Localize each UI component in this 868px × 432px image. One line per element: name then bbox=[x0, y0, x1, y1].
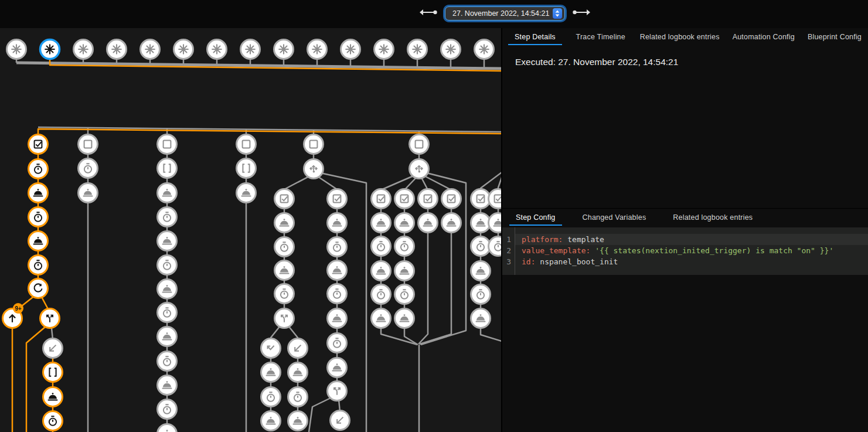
yaml-code-editor[interactable]: 1platform: template2value_template: '{{ … bbox=[502, 227, 868, 275]
node-call-split[interactable] bbox=[328, 382, 347, 401]
node-checkbox-blank[interactable] bbox=[79, 135, 98, 154]
node-asterisk[interactable] bbox=[174, 40, 193, 59]
node-asterisk[interactable] bbox=[7, 40, 26, 59]
next-trace-button[interactable] bbox=[571, 6, 593, 21]
node-asterisk[interactable] bbox=[74, 40, 93, 59]
node-timer[interactable] bbox=[275, 237, 294, 257]
node-checkbox-blank[interactable] bbox=[304, 135, 324, 154]
node-timer[interactable] bbox=[288, 387, 308, 407]
node-room-service[interactable] bbox=[158, 424, 177, 432]
node-checkbox-blank[interactable] bbox=[158, 135, 177, 154]
node-room-service[interactable] bbox=[275, 213, 294, 233]
node-room-service[interactable] bbox=[158, 183, 177, 203]
node-timer[interactable] bbox=[395, 237, 414, 256]
node-room-service[interactable] bbox=[328, 309, 347, 328]
node-arrow-decision[interactable] bbox=[410, 159, 429, 179]
node-room-service[interactable] bbox=[328, 358, 347, 377]
node-timer[interactable] bbox=[489, 237, 502, 256]
node-asterisk[interactable] bbox=[375, 40, 394, 59]
tab-automation-config[interactable]: Automation Config bbox=[726, 28, 801, 45]
node-timer[interactable] bbox=[29, 208, 48, 227]
node-timer[interactable] bbox=[471, 285, 491, 304]
node-arrow-bottom-left[interactable] bbox=[288, 339, 308, 358]
node-code-brackets[interactable] bbox=[43, 363, 63, 382]
node-asterisk[interactable] bbox=[341, 40, 360, 59]
node-timer[interactable] bbox=[471, 237, 491, 256]
node-arrow-bottom-left[interactable] bbox=[331, 411, 350, 430]
node-asterisk[interactable] bbox=[241, 40, 260, 59]
node-room-service[interactable] bbox=[43, 387, 63, 407]
node-timer[interactable] bbox=[158, 352, 177, 371]
node-room-service[interactable] bbox=[158, 232, 177, 251]
node-timer[interactable] bbox=[328, 284, 347, 304]
node-arrow-decision[interactable] bbox=[304, 159, 324, 179]
node-room-service[interactable] bbox=[79, 183, 98, 203]
tab-related-logbook-entries[interactable]: Related logbook entries bbox=[634, 28, 726, 45]
code-line[interactable]: 3id: nspanel_boot_init bbox=[502, 256, 868, 267]
node-room-service[interactable] bbox=[372, 261, 391, 281]
node-checkbox-blank[interactable] bbox=[237, 135, 256, 154]
node-room-service[interactable] bbox=[158, 280, 177, 299]
tab-blueprint-config[interactable]: Blueprint Config bbox=[801, 28, 868, 45]
node-checkbox-marked[interactable] bbox=[471, 189, 491, 209]
node-checkbox-marked[interactable] bbox=[395, 189, 414, 209]
node-checkbox-marked[interactable] bbox=[372, 189, 391, 209]
tab-trace-timeline[interactable]: Trace Timeline bbox=[568, 28, 634, 45]
node-timer[interactable] bbox=[372, 237, 391, 256]
tab-changed-variables[interactable]: Changed Variables bbox=[569, 209, 660, 226]
node-timer[interactable] bbox=[372, 285, 391, 304]
code-line[interactable]: 2value_template: '{{ states(nextion_init… bbox=[502, 245, 868, 256]
node-room-service[interactable] bbox=[288, 411, 308, 431]
node-code-brackets[interactable] bbox=[158, 159, 177, 178]
node-asterisk[interactable] bbox=[408, 40, 427, 59]
node-room-service[interactable] bbox=[261, 363, 281, 382]
node-room-service[interactable] bbox=[328, 213, 347, 233]
node-room-service[interactable] bbox=[372, 309, 391, 328]
node-room-service[interactable] bbox=[29, 232, 48, 251]
node-room-service[interactable] bbox=[395, 213, 414, 233]
node-checkbox-marked[interactable] bbox=[489, 189, 502, 209]
node-room-service[interactable] bbox=[237, 183, 256, 203]
node-room-service[interactable] bbox=[29, 183, 48, 203]
node-timer[interactable] bbox=[29, 256, 48, 275]
node-room-service[interactable] bbox=[372, 213, 391, 233]
previous-trace-button[interactable] bbox=[417, 6, 438, 21]
node-checkbox-marked[interactable] bbox=[275, 189, 294, 209]
node-asterisk[interactable] bbox=[141, 40, 160, 59]
node-timer[interactable] bbox=[328, 334, 347, 353]
node-room-service[interactable] bbox=[158, 376, 177, 395]
tab-step-details[interactable]: Step Details bbox=[502, 28, 568, 45]
node-room-service[interactable] bbox=[489, 213, 502, 233]
node-asterisk[interactable] bbox=[107, 40, 127, 59]
node-checkbox-marked[interactable] bbox=[328, 189, 347, 209]
node-call-split[interactable] bbox=[40, 309, 60, 328]
node-asterisk[interactable] bbox=[475, 40, 494, 59]
node-asterisk[interactable] bbox=[207, 40, 227, 59]
node-timer[interactable] bbox=[395, 285, 414, 304]
node-room-service[interactable] bbox=[275, 261, 294, 280]
node-timer[interactable] bbox=[158, 208, 177, 227]
node-refresh[interactable] bbox=[29, 279, 48, 298]
tab-related-logbook-entries[interactable]: Related logbook entries bbox=[659, 209, 766, 226]
node-room-service[interactable] bbox=[471, 309, 491, 328]
node-room-service[interactable] bbox=[328, 261, 347, 280]
node-asterisk[interactable] bbox=[308, 40, 327, 59]
node-room-service[interactable] bbox=[471, 261, 491, 281]
node-timer[interactable] bbox=[79, 159, 98, 178]
node-timer[interactable] bbox=[328, 237, 347, 257]
node-code-brackets[interactable] bbox=[237, 159, 256, 178]
node-timer[interactable] bbox=[275, 284, 294, 304]
node-room-service[interactable] bbox=[261, 411, 281, 431]
node-timer[interactable] bbox=[158, 400, 177, 419]
node-timer[interactable] bbox=[43, 411, 63, 431]
node-timer[interactable] bbox=[261, 387, 281, 407]
node-asterisk[interactable] bbox=[274, 40, 294, 59]
node-checkbox-marked[interactable] bbox=[442, 189, 461, 209]
node-room-service[interactable] bbox=[418, 213, 438, 233]
tab-step-config[interactable]: Step Config bbox=[502, 209, 569, 226]
node-room-service[interactable] bbox=[471, 213, 491, 233]
trace-timestamp-select[interactable]: 27. November 2022, 14:54:21 bbox=[445, 6, 565, 21]
node-call-split[interactable] bbox=[275, 309, 294, 328]
node-timer[interactable] bbox=[158, 303, 177, 322]
node-arrow-bottom-left[interactable] bbox=[43, 339, 63, 358]
